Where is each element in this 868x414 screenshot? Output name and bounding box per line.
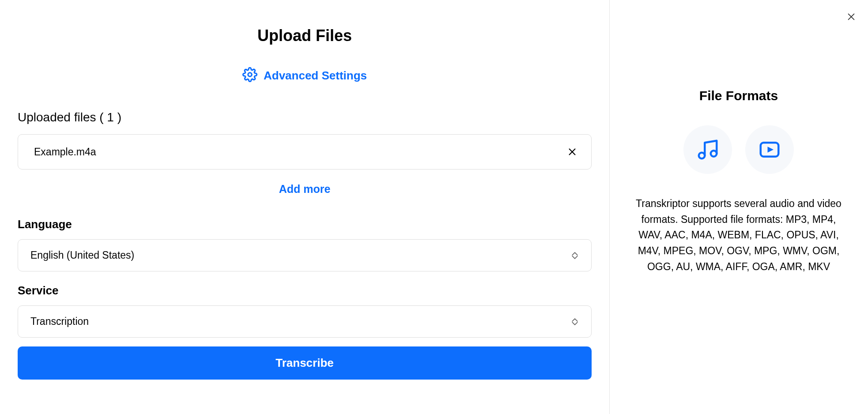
- chevron-up-down-icon: [571, 250, 579, 261]
- audio-format-icon-circle: [683, 125, 732, 174]
- close-dialog-button[interactable]: [843, 9, 859, 25]
- format-icons-row: [636, 125, 842, 174]
- close-icon: [846, 12, 856, 22]
- advanced-settings-button[interactable]: Advanced Settings: [18, 67, 592, 84]
- advanced-settings-label: Advanced Settings: [264, 69, 367, 83]
- upload-panel: Upload Files Advanced Settings Uploaded …: [0, 0, 609, 414]
- svg-point-4: [711, 151, 717, 157]
- language-selected-value: English (United States): [30, 249, 134, 261]
- uploaded-file-name: Example.m4a: [34, 146, 96, 158]
- service-select[interactable]: Transcription: [18, 305, 592, 338]
- add-more-button[interactable]: Add more: [18, 183, 592, 196]
- file-formats-description: Transkriptor supports several audio and …: [636, 196, 842, 275]
- transcribe-button[interactable]: Transcribe: [18, 346, 592, 380]
- video-format-icon-circle: [745, 125, 794, 174]
- video-icon: [758, 138, 781, 162]
- language-label: Language: [18, 218, 592, 231]
- uploaded-files-heading: Uploaded files ( 1 ): [18, 110, 592, 124]
- music-icon: [696, 138, 720, 162]
- file-formats-panel: File Formats Transkriptor supports sever…: [609, 0, 868, 414]
- close-icon: [567, 147, 577, 157]
- uploaded-file-row: Example.m4a: [18, 134, 592, 169]
- file-formats-title: File Formats: [636, 88, 842, 103]
- chevron-up-down-icon: [571, 316, 579, 327]
- svg-marker-6: [768, 147, 774, 153]
- svg-point-3: [699, 153, 705, 159]
- remove-file-button[interactable]: [566, 145, 579, 158]
- page-title: Upload Files: [18, 26, 592, 45]
- gear-icon: [242, 67, 257, 84]
- service-selected-value: Transcription: [30, 316, 89, 327]
- language-select[interactable]: English (United States): [18, 239, 592, 271]
- svg-point-0: [248, 73, 252, 77]
- service-label: Service: [18, 284, 592, 297]
